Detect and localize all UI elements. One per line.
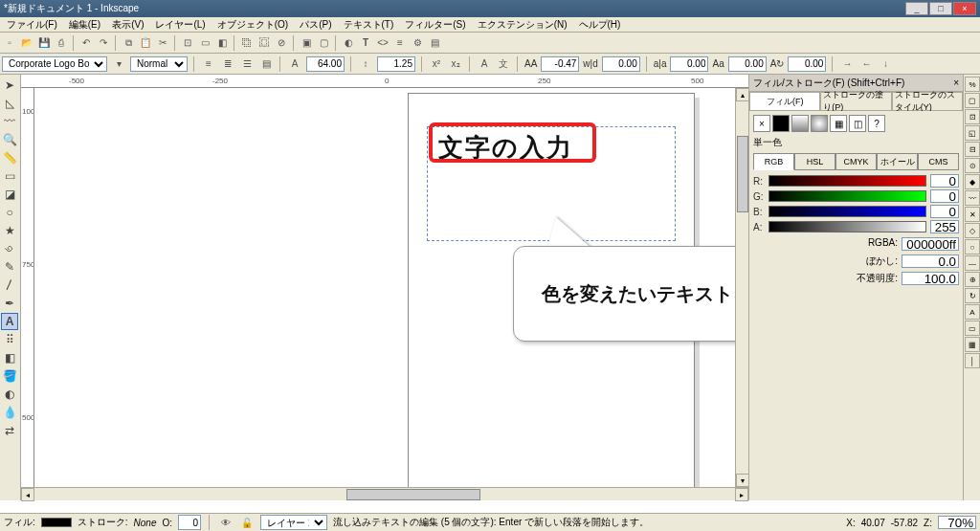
r-value[interactable] [930,174,959,188]
xml-icon[interactable]: <> [375,35,390,51]
colortab-rgb[interactable]: RGB [753,153,794,170]
clone-icon[interactable]: ⿴ [256,35,272,51]
text-horizontal-icon[interactable]: A [477,56,492,72]
fill-swatch[interactable] [41,518,72,527]
hkern-field[interactable] [670,56,708,72]
menu-object[interactable]: オブジェクト(O) [212,18,293,32]
orientation-tb-icon[interactable]: ↓ [878,56,893,72]
menu-filters[interactable]: フィルター(S) [400,18,470,32]
text-dialog-icon[interactable]: T [358,35,373,51]
bezier-tool-icon[interactable]: 〳 [1,277,18,294]
b-value[interactable] [930,205,959,218]
snap-edge-icon[interactable]: ⊡ [965,109,980,124]
menu-path[interactable]: パス(P) [295,18,336,32]
g-value[interactable] [930,189,959,203]
snap-cusp-icon[interactable]: ◇ [965,223,980,238]
snap-text-icon[interactable]: A [965,304,980,320]
group-icon[interactable]: ▣ [299,35,314,51]
connector-tool-icon[interactable]: ⇄ [1,422,18,439]
zoom-field[interactable] [938,516,976,529]
node-tool-icon[interactable]: ◺ [1,95,18,112]
tab-stroke-paint[interactable]: ストロークの塗り(P) [820,92,891,110]
snap-corner-icon[interactable]: ◱ [965,125,980,141]
menu-layer[interactable]: レイヤー(L) [150,18,210,32]
align-left-icon[interactable]: ≡ [201,56,216,72]
dropper-tool-icon[interactable]: 💧 [1,404,18,421]
zoom-page-icon[interactable]: ▭ [197,35,212,51]
menu-text[interactable]: テキスト(T) [339,18,399,32]
bucket-tool-icon[interactable]: 🪣 [1,367,18,385]
layer-lock-icon[interactable]: 🔓 [239,515,255,530]
scroll-right-icon[interactable]: ▸ [735,488,748,501]
vkern-field[interactable] [728,56,767,72]
docprops-icon[interactable]: ▤ [427,35,442,51]
zoom-draw-icon[interactable]: ◧ [214,35,230,51]
horizontal-scrollbar[interactable]: ◂ ▸ [21,487,748,500]
star-tool-icon[interactable]: ★ [1,222,18,239]
copy-icon[interactable]: ⧉ [121,35,136,51]
zoom-fit-icon[interactable]: ⊡ [180,35,195,51]
tweak-tool-icon[interactable]: 〰 [1,113,18,130]
pencil-tool-icon[interactable]: ✎ [1,258,18,276]
b-slider[interactable] [768,206,926,217]
vertical-scrollbar[interactable]: ▴ ▾ [735,88,748,487]
paint-flat-icon[interactable] [772,115,790,132]
menu-extensions[interactable]: エクステンション(N) [473,18,572,32]
close-button[interactable]: × [953,2,976,15]
scroll-thumb-h[interactable] [346,489,480,500]
scroll-left-icon[interactable]: ◂ [21,488,34,501]
canvas-area[interactable]: 文字の入力 色を変えたいテキストをクリックします。 [34,88,735,487]
duplicate-icon[interactable]: ⿻ [239,35,255,51]
menu-view[interactable]: 表示(V) [107,18,148,32]
menu-help[interactable]: ヘルプ(H) [574,18,626,32]
snap-grid-icon[interactable]: ▦ [965,337,980,352]
snap-page-icon[interactable]: ▭ [965,321,980,336]
subscript-icon[interactable]: x₂ [448,56,463,72]
redo-icon[interactable]: ↷ [96,35,111,51]
cut-icon[interactable]: ✂ [155,35,170,51]
open-icon[interactable]: 📂 [19,35,34,51]
ungroup-icon[interactable]: ▢ [316,35,331,51]
paint-linear-icon[interactable] [791,115,809,132]
rect-tool-icon[interactable]: ▭ [1,167,18,185]
snap-object-center-icon[interactable]: ⊕ [965,272,980,287]
a-value[interactable] [930,220,959,233]
paste-icon[interactable]: 📋 [138,35,153,51]
text-vertical-icon[interactable]: 文 [496,56,511,72]
font-style-combo[interactable]: Normal [130,56,188,72]
zoom-tool-icon[interactable]: 🔍 [1,131,18,148]
layer-selector[interactable]: レイヤー 1 [260,515,327,530]
prefs-icon[interactable]: ⚙ [410,35,425,51]
scroll-thumb-v[interactable] [737,136,748,212]
menu-file[interactable]: ファイル(F) [2,18,62,32]
snap-rotation-icon[interactable]: ↻ [965,288,980,303]
rotation-field[interactable] [788,56,826,72]
tab-fill[interactable]: フィル(F) [749,92,820,110]
paint-pattern-icon[interactable]: ▦ [830,115,847,132]
r-slider[interactable] [768,175,926,187]
superscript-icon[interactable]: x² [429,56,444,72]
gradient-tool-icon[interactable]: ◐ [1,386,18,403]
eraser-tool-icon[interactable]: ◧ [1,349,18,366]
fill-dialog-icon[interactable]: ◐ [341,35,356,51]
scroll-down-icon[interactable]: ▾ [736,474,748,487]
measure-tool-icon[interactable]: 📏 [1,149,18,166]
panel-close-icon[interactable]: × [953,77,959,88]
a-slider[interactable] [768,221,926,232]
align-justify-icon[interactable]: ▤ [258,56,274,72]
snap-center-icon[interactable]: ⊙ [965,158,980,173]
blur-field[interactable] [902,254,959,268]
layer-visibility-icon[interactable]: 👁 [218,515,234,530]
snap-toggle-icon[interactable]: % [965,77,980,92]
letter-spacing-field[interactable] [541,56,579,72]
snap-node-icon[interactable]: ◆ [965,174,980,189]
paint-unknown-icon[interactable]: ? [868,115,885,132]
selector-tool-icon[interactable]: ➤ [1,77,18,94]
tab-stroke-style[interactable]: ストロークのスタイル(Y) [892,92,963,110]
snap-path-icon[interactable]: 〰 [965,190,980,206]
snap-bbox-icon[interactable]: ▢ [965,93,980,108]
paint-swatch-icon[interactable]: ◫ [849,115,866,132]
g-slider[interactable] [768,190,926,202]
snap-smooth-icon[interactable]: ○ [965,239,980,254]
save-icon[interactable]: 💾 [36,35,52,51]
